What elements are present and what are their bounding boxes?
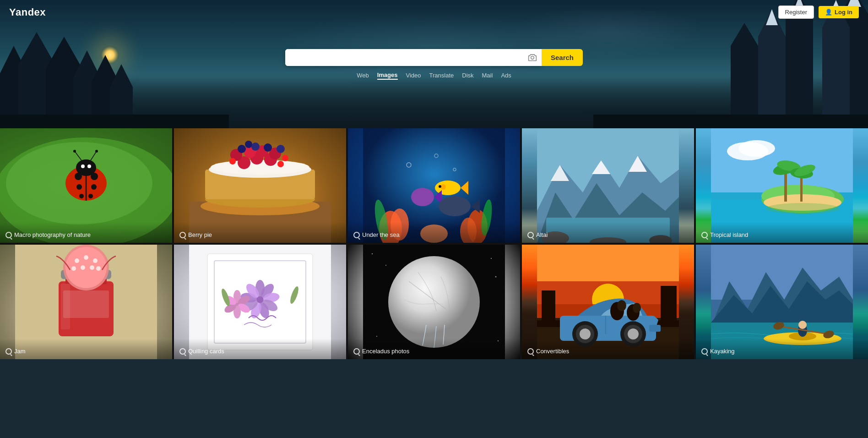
svg-point-99 [738, 140, 775, 157]
search-icon [5, 232, 12, 238]
svg-point-142 [495, 276, 497, 278]
search-icon-2 [179, 232, 186, 238]
svg-point-27 [79, 194, 84, 198]
search-icon-10 [701, 348, 708, 355]
svg-point-33 [73, 150, 76, 153]
svg-point-160 [580, 328, 591, 339]
svg-rect-156 [649, 325, 661, 332]
quilling-label: Quilling cards [174, 339, 346, 359]
svg-point-163 [628, 328, 639, 339]
svg-point-34 [95, 150, 98, 153]
svg-point-139 [372, 253, 373, 254]
search-icon-5 [701, 232, 708, 238]
svg-rect-86 [711, 128, 853, 192]
grid-item-undersea[interactable]: Under the sea [348, 128, 520, 243]
tropical-label: Tropical island [696, 222, 868, 243]
grid-item-kayaking[interactable]: Kayaking [696, 245, 868, 359]
search-icon-8 [353, 348, 360, 355]
svg-point-53 [229, 158, 236, 164]
svg-point-54 [282, 155, 288, 161]
search-icon-4 [527, 232, 534, 238]
svg-point-52 [245, 141, 252, 148]
svg-point-109 [93, 258, 98, 263]
svg-point-112 [90, 265, 94, 270]
svg-rect-115 [61, 284, 70, 329]
grid-item-altai[interactable]: Altai [522, 128, 694, 243]
svg-point-65 [439, 185, 441, 188]
header: Yandex Register 👤 Log in [0, 0, 868, 24]
svg-point-167 [633, 303, 641, 313]
nav-translate[interactable]: Translate [429, 72, 454, 79]
svg-point-51 [277, 145, 285, 153]
search-button[interactable]: Search [542, 49, 583, 66]
convertibles-label: Convertibles [522, 339, 694, 359]
svg-point-140 [385, 265, 386, 266]
svg-point-165 [617, 300, 626, 311]
svg-point-100 [766, 203, 839, 214]
svg-rect-16 [593, 115, 868, 128]
camera-icon[interactable] [523, 49, 542, 66]
image-grid: Macro photography of nature [0, 128, 868, 359]
svg-point-108 [84, 255, 88, 260]
svg-point-68 [439, 196, 471, 216]
nav-images[interactable]: Images [377, 71, 398, 80]
search-icon-9 [527, 348, 534, 355]
svg-point-25 [76, 184, 82, 190]
svg-point-26 [91, 184, 97, 190]
login-button[interactable]: 👤 Log in [819, 6, 859, 18]
undersea-label: Under the sea [348, 222, 520, 243]
search-input[interactable] [285, 49, 523, 66]
grid-item-convertibles[interactable]: Convertibles [522, 245, 694, 359]
svg-rect-6 [0, 115, 229, 128]
search-icon-6 [5, 348, 12, 355]
svg-point-141 [491, 258, 492, 259]
grid-item-tropical[interactable]: Tropical island [696, 128, 868, 243]
svg-point-23 [75, 173, 82, 180]
search-icon-7 [179, 348, 186, 355]
jam-label: Jam [0, 339, 172, 359]
search-nav: Web Images Video Translate Disk Mail Ads [357, 71, 511, 80]
svg-point-110 [71, 266, 76, 271]
ladybug-label: Macro photography of nature [0, 222, 172, 243]
berrypie-label: Berry pie [174, 222, 346, 243]
svg-point-107 [75, 258, 79, 263]
svg-point-29 [81, 164, 85, 168]
svg-rect-154 [661, 286, 677, 320]
svg-point-111 [81, 265, 85, 270]
nav-video[interactable]: Video [406, 72, 421, 79]
login-label: Log in [835, 9, 852, 16]
svg-point-50 [264, 143, 272, 152]
altai-label: Altai [522, 222, 694, 243]
svg-point-143 [376, 336, 377, 337]
search-area: Search Web Images Video Translate Disk M… [285, 49, 583, 80]
grid-item-quilling[interactable]: Quilling cards [174, 245, 346, 359]
search-bar-container: Search [285, 49, 583, 66]
register-button[interactable]: Register [778, 5, 814, 19]
kayaking-label: Kayaking [696, 339, 868, 359]
svg-point-30 [87, 164, 91, 168]
nav-ads[interactable]: Ads [501, 72, 511, 79]
grid-item-jam[interactable]: Jam [0, 245, 172, 359]
svg-point-48 [238, 145, 246, 153]
svg-point-55 [277, 161, 284, 167]
grid-item-ladybug[interactable]: Macro photography of nature [0, 128, 172, 243]
header-buttons: Register 👤 Log in [778, 5, 859, 19]
logo: Yandex [9, 6, 46, 18]
nav-mail[interactable]: Mail [482, 72, 493, 79]
nav-disk[interactable]: Disk [462, 72, 473, 79]
svg-point-113 [96, 266, 101, 271]
svg-rect-153 [542, 290, 555, 320]
svg-point-49 [251, 142, 260, 151]
svg-point-24 [91, 173, 98, 180]
svg-point-17 [531, 56, 534, 60]
grid-item-berrypie[interactable]: Berry pie [174, 128, 346, 243]
search-bar [285, 49, 542, 66]
svg-point-178 [798, 321, 807, 329]
svg-point-66 [411, 188, 434, 206]
nav-web[interactable]: Web [357, 72, 369, 79]
enceladus-label: Enceladus photos [348, 339, 520, 359]
search-icon-3 [353, 232, 360, 238]
user-icon: 👤 [825, 9, 832, 16]
svg-point-28 [88, 194, 93, 198]
grid-item-enceladus[interactable]: Enceladus photos [348, 245, 520, 359]
